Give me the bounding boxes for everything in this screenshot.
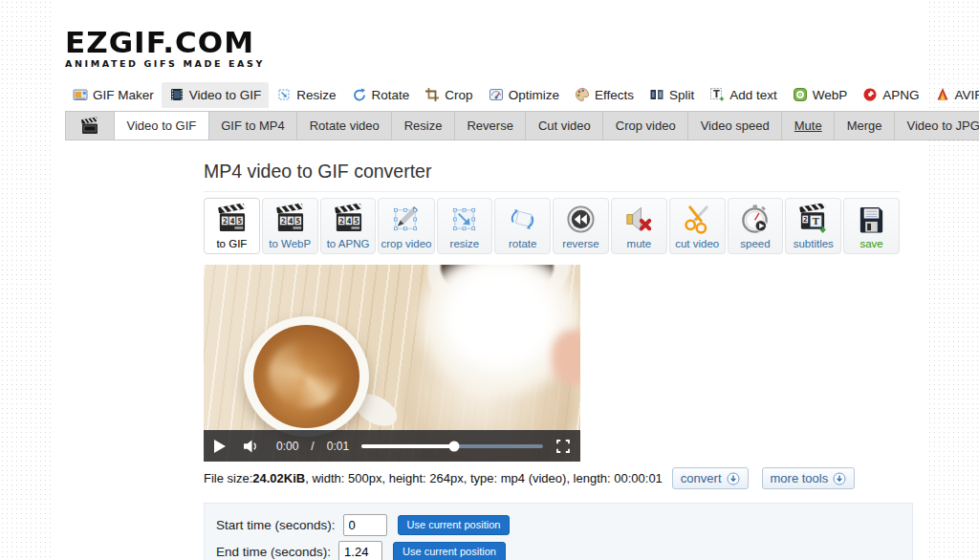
to-webp-button[interactable]: 245 to WebP (262, 198, 318, 254)
tab-rotate-video[interactable]: Rotate video (297, 112, 392, 140)
tab-label: Cut video (538, 118, 591, 133)
progress-bar[interactable] (361, 444, 543, 448)
tab-label: Resize (404, 118, 443, 133)
nav-item-crop[interactable]: Crop (417, 82, 480, 108)
tab-video-speed[interactable]: Video speed (688, 112, 782, 140)
cut-video-button[interactable]: cut video (669, 198, 726, 254)
logo-title: EZGIF.COM (65, 29, 928, 56)
tab-resize[interactable]: Resize (392, 112, 455, 140)
tab-home-clapperboard[interactable] (66, 112, 115, 140)
video-player[interactable]: 0:00 / 0:01 (204, 265, 580, 462)
svg-text:T: T (813, 216, 820, 226)
video-to-gif-icon (169, 87, 185, 102)
tab-label: Video speed (701, 118, 770, 133)
volume-button[interactable] (244, 440, 260, 453)
site-logo[interactable]: EZGIF.COM ANIMATED GIFS MADE EASY (65, 29, 928, 69)
stopwatch-icon (739, 204, 771, 235)
resize-arrow-icon (448, 204, 480, 235)
rewind-icon (565, 204, 597, 235)
rotate-button[interactable]: rotate (494, 198, 551, 254)
apng-icon (862, 87, 878, 102)
tab-video-to-gif[interactable]: Video to GIF (115, 112, 209, 140)
nav-item-optimize[interactable]: Optimize (481, 82, 567, 108)
progress-fill (361, 444, 454, 448)
to-gif-button[interactable]: 245 to GIF (204, 198, 260, 254)
nav-item-resize[interactable]: Resize (269, 82, 343, 108)
use-current-position-button-end[interactable]: Use current position (393, 542, 506, 560)
end-time-input[interactable] (338, 541, 382, 560)
mute-button[interactable]: mute (611, 198, 667, 254)
play-button[interactable] (214, 440, 226, 453)
toolbar-label: to APNG (327, 238, 370, 249)
reverse-button[interactable]: reverse (553, 198, 609, 254)
nav-item-label: Crop (445, 88, 472, 102)
clapperboard-245-icon: 245 (274, 204, 306, 235)
tab-reverse[interactable]: Reverse (455, 112, 526, 140)
nav-item-avif[interactable]: AVIF (927, 82, 979, 108)
file-info-row: File size: 24.02KiB, width: 500px, heigh… (204, 467, 900, 489)
file-info-label: File size: (204, 471, 252, 485)
nav-item-split[interactable]: Split (642, 82, 702, 108)
tab-cut-video[interactable]: Cut video (526, 112, 603, 140)
logo-tagline: ANIMATED GIFS MADE EASY (65, 58, 928, 69)
more-tools-button[interactable]: more tools (762, 467, 856, 489)
player-controls: 0:00 / 0:01 (204, 430, 580, 462)
speed-button[interactable]: speed (728, 198, 784, 254)
toolbar-label: reverse (562, 238, 598, 249)
to-apng-button[interactable]: 245 to APNG (320, 198, 377, 254)
crop-video-button[interactable]: crop video (378, 198, 434, 254)
tab-merge[interactable]: Merge (835, 112, 895, 140)
subtitles-button[interactable]: 2T subtitles (785, 198, 841, 254)
nav-item-label: APNG (882, 88, 919, 102)
svg-text:5: 5 (295, 217, 300, 226)
svg-text:4: 4 (346, 217, 351, 226)
svg-text:2: 2 (281, 217, 286, 226)
nav-item-apng[interactable]: APNG (855, 82, 926, 108)
page-container: EZGIF.COM ANIMATED GIFS MADE EASY GIF Ma… (53, 0, 928, 560)
clapperboard-icon (80, 117, 99, 136)
nav-item-video-to-gif[interactable]: Video to GIF (162, 82, 270, 108)
start-time-input[interactable] (343, 514, 387, 536)
toolbar-label: cut video (675, 238, 719, 249)
nav-item-gif-maker[interactable]: GIF Maker (65, 82, 162, 108)
svg-text:2: 2 (338, 217, 343, 226)
file-size-value: 24.02KiB (252, 471, 305, 485)
tab-label: Video to GIF (127, 118, 197, 133)
main-content: MP4 video to GIF converter 245 to GIF 24… (204, 161, 900, 560)
down-arrow-icon (727, 472, 740, 485)
avif-icon (935, 87, 950, 102)
tab-gif-to-mp4[interactable]: GIF to MP4 (209, 112, 297, 140)
nav-item-label: Resize (296, 88, 336, 102)
save-button[interactable]: save (843, 198, 900, 254)
toolbar-label: to GIF (216, 238, 247, 249)
tab-mute[interactable]: Mute (782, 112, 835, 140)
resize-button[interactable]: resize (437, 198, 493, 254)
convert-button[interactable]: convert (672, 467, 749, 489)
nav-item-label: Effects (595, 88, 634, 102)
nav-item-effects[interactable]: Effects (567, 82, 642, 108)
toolbar-label: rotate (509, 238, 536, 249)
toolbar-label: save (859, 238, 882, 249)
nav-item-label: Split (669, 88, 694, 102)
fullscreen-button[interactable] (556, 440, 570, 453)
nav-item-webp[interactable]: WebP (785, 82, 856, 108)
nav-item-add-text[interactable]: T Add text (702, 82, 785, 108)
nav-item-label: Optimize (509, 88, 559, 102)
tab-crop-video[interactable]: Crop video (603, 112, 688, 140)
scissors-icon (682, 204, 713, 235)
end-time-label: End time (seconds): (216, 545, 331, 559)
more-tools-label: more tools (771, 471, 829, 485)
rotate-icon (352, 87, 367, 102)
time-range-form: Start time (seconds): Use current positi… (204, 503, 913, 560)
subtitles-icon: 2T (797, 204, 829, 235)
progress-handle[interactable] (448, 441, 459, 451)
file-info-details: , width: 500px, height: 264px, type: mp4… (305, 471, 663, 485)
svg-text:5: 5 (237, 217, 242, 226)
crop-icon (424, 87, 440, 102)
nav-item-label: Rotate (372, 88, 410, 102)
svg-text:2: 2 (223, 217, 228, 226)
use-current-position-button-start[interactable]: Use current position (398, 515, 511, 535)
tab-video-to-jpg[interactable]: Video to JPG (895, 112, 979, 140)
nav-item-label: WebP (813, 88, 848, 102)
nav-item-rotate[interactable]: Rotate (344, 82, 418, 108)
